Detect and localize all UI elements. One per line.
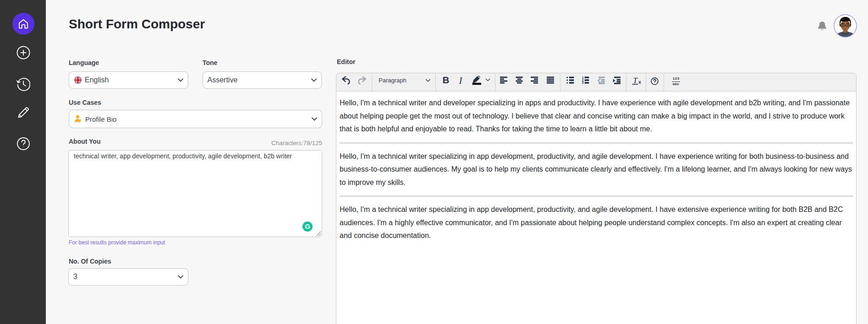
- svg-text:I: I: [459, 75, 463, 86]
- svg-text:T: T: [633, 76, 638, 85]
- svg-text:x: x: [638, 79, 641, 85]
- svg-text:B: B: [443, 75, 450, 85]
- svg-text:3: 3: [582, 81, 584, 84]
